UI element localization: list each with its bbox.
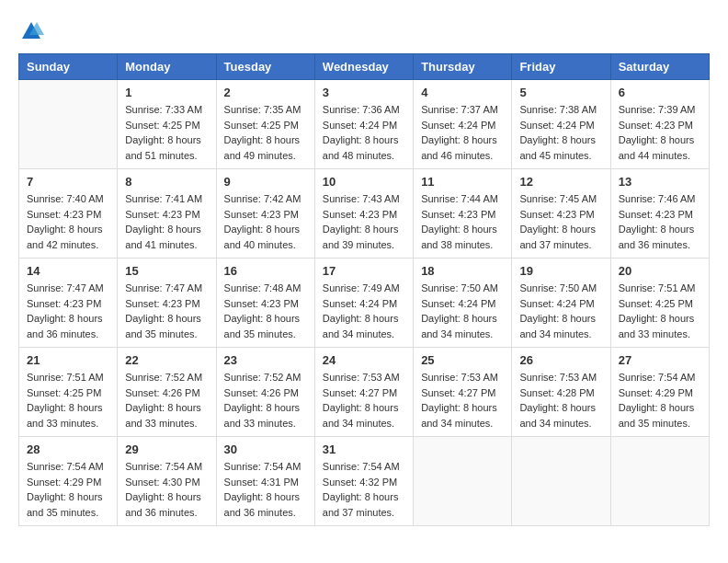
calendar-day-cell: 20Sunrise: 7:51 AMSunset: 4:25 PMDayligh…	[610, 259, 709, 348]
day-info: Sunrise: 7:38 AMSunset: 4:24 PMDaylight:…	[519, 102, 602, 163]
calendar-week-row: 1Sunrise: 7:33 AMSunset: 4:25 PMDaylight…	[19, 80, 710, 169]
day-number: 26	[519, 353, 602, 367]
day-info: Sunrise: 7:51 AMSunset: 4:25 PMDaylight:…	[27, 370, 109, 431]
day-info: Sunrise: 7:47 AMSunset: 4:23 PMDaylight:…	[27, 281, 109, 341]
day-number: 3	[323, 86, 405, 99]
weekday-header: Sunday	[19, 54, 118, 80]
day-number: 10	[323, 175, 405, 189]
day-number: 13	[619, 175, 701, 189]
calendar-day-cell: 21Sunrise: 7:51 AMSunset: 4:25 PMDayligh…	[19, 348, 118, 437]
day-number: 11	[421, 175, 504, 189]
day-number: 21	[27, 353, 109, 367]
calendar-day-cell: 24Sunrise: 7:53 AMSunset: 4:27 PMDayligh…	[314, 348, 413, 437]
calendar-day-cell: 2Sunrise: 7:35 AMSunset: 4:25 PMDaylight…	[216, 80, 314, 169]
day-number: 28	[27, 442, 109, 456]
calendar-day-cell: 15Sunrise: 7:47 AMSunset: 4:23 PMDayligh…	[118, 259, 216, 348]
day-number: 8	[125, 175, 208, 189]
calendar-day-cell: 4Sunrise: 7:37 AMSunset: 4:24 PMDaylight…	[414, 80, 512, 169]
day-number: 18	[421, 264, 504, 278]
day-number: 23	[224, 353, 307, 367]
calendar-day-cell: 9Sunrise: 7:42 AMSunset: 4:23 PMDaylight…	[216, 169, 314, 259]
calendar-week-row: 7Sunrise: 7:40 AMSunset: 4:23 PMDaylight…	[19, 169, 710, 259]
calendar-day-cell: 17Sunrise: 7:49 AMSunset: 4:24 PMDayligh…	[314, 259, 413, 348]
calendar-day-cell: 8Sunrise: 7:41 AMSunset: 4:23 PMDaylight…	[118, 169, 216, 259]
calendar-week-row: 14Sunrise: 7:47 AMSunset: 4:23 PMDayligh…	[19, 259, 710, 348]
calendar-day-cell: 28Sunrise: 7:54 AMSunset: 4:29 PMDayligh…	[19, 437, 118, 526]
logo-icon	[18, 18, 44, 44]
weekday-header: Saturday	[610, 54, 709, 80]
day-number: 22	[125, 353, 208, 367]
calendar-day-cell: 11Sunrise: 7:44 AMSunset: 4:23 PMDayligh…	[414, 169, 512, 259]
calendar-day-cell: 6Sunrise: 7:39 AMSunset: 4:23 PMDaylight…	[610, 80, 709, 169]
page-wrapper: SundayMondayTuesdayWednesdayThursdayFrid…	[18, 18, 710, 526]
day-info: Sunrise: 7:40 AMSunset: 4:23 PMDaylight:…	[27, 191, 109, 252]
day-info: Sunrise: 7:54 AMSunset: 4:30 PMDaylight:…	[125, 459, 208, 520]
day-info: Sunrise: 7:54 AMSunset: 4:29 PMDaylight:…	[27, 459, 109, 520]
day-number: 15	[125, 264, 208, 278]
day-info: Sunrise: 7:36 AMSunset: 4:24 PMDaylight:…	[323, 102, 405, 163]
calendar-week-row: 21Sunrise: 7:51 AMSunset: 4:25 PMDayligh…	[19, 348, 710, 437]
day-number: 20	[619, 264, 701, 278]
calendar-day-cell	[512, 437, 610, 526]
weekday-header: Monday	[118, 54, 216, 80]
day-info: Sunrise: 7:52 AMSunset: 4:26 PMDaylight:…	[224, 370, 307, 431]
calendar-day-cell: 30Sunrise: 7:54 AMSunset: 4:31 PMDayligh…	[216, 437, 314, 526]
calendar-day-cell: 1Sunrise: 7:33 AMSunset: 4:25 PMDaylight…	[118, 80, 216, 169]
day-info: Sunrise: 7:43 AMSunset: 4:23 PMDaylight:…	[323, 191, 405, 252]
weekday-header: Friday	[512, 54, 610, 80]
weekday-header: Thursday	[414, 54, 512, 80]
calendar-day-cell: 25Sunrise: 7:53 AMSunset: 4:27 PMDayligh…	[414, 348, 512, 437]
calendar-day-cell	[414, 437, 512, 526]
calendar-day-cell: 13Sunrise: 7:46 AMSunset: 4:23 PMDayligh…	[610, 169, 709, 259]
day-info: Sunrise: 7:52 AMSunset: 4:26 PMDaylight:…	[125, 370, 208, 431]
day-info: Sunrise: 7:54 AMSunset: 4:32 PMDaylight:…	[323, 459, 405, 520]
calendar-day-cell: 12Sunrise: 7:45 AMSunset: 4:23 PMDayligh…	[512, 169, 610, 259]
day-number: 30	[224, 442, 307, 456]
day-number: 5	[519, 86, 602, 99]
day-info: Sunrise: 7:53 AMSunset: 4:27 PMDaylight:…	[323, 370, 405, 431]
day-info: Sunrise: 7:44 AMSunset: 4:23 PMDaylight:…	[421, 191, 504, 252]
header	[18, 18, 710, 44]
calendar-day-cell: 3Sunrise: 7:36 AMSunset: 4:24 PMDaylight…	[314, 80, 413, 169]
day-number: 7	[27, 175, 109, 189]
day-number: 27	[619, 353, 701, 367]
calendar-day-cell: 26Sunrise: 7:53 AMSunset: 4:28 PMDayligh…	[512, 348, 610, 437]
day-info: Sunrise: 7:54 AMSunset: 4:29 PMDaylight:…	[619, 370, 701, 431]
day-number: 24	[323, 353, 405, 367]
calendar-day-cell	[610, 437, 709, 526]
day-number: 29	[125, 442, 208, 456]
weekday-header: Tuesday	[216, 54, 314, 80]
calendar-table: SundayMondayTuesdayWednesdayThursdayFrid…	[18, 53, 710, 526]
day-info: Sunrise: 7:48 AMSunset: 4:23 PMDaylight:…	[224, 281, 307, 341]
day-info: Sunrise: 7:53 AMSunset: 4:28 PMDaylight:…	[519, 370, 602, 431]
calendar-day-cell: 31Sunrise: 7:54 AMSunset: 4:32 PMDayligh…	[314, 437, 413, 526]
day-info: Sunrise: 7:35 AMSunset: 4:25 PMDaylight:…	[224, 102, 307, 163]
day-info: Sunrise: 7:37 AMSunset: 4:24 PMDaylight:…	[421, 102, 504, 163]
day-number: 6	[619, 86, 701, 99]
day-number: 19	[519, 264, 602, 278]
day-number: 14	[27, 264, 109, 278]
calendar-day-cell: 10Sunrise: 7:43 AMSunset: 4:23 PMDayligh…	[314, 169, 413, 259]
calendar-day-cell: 22Sunrise: 7:52 AMSunset: 4:26 PMDayligh…	[118, 348, 216, 437]
calendar-day-cell: 27Sunrise: 7:54 AMSunset: 4:29 PMDayligh…	[610, 348, 709, 437]
day-info: Sunrise: 7:33 AMSunset: 4:25 PMDaylight:…	[125, 102, 208, 163]
day-info: Sunrise: 7:39 AMSunset: 4:23 PMDaylight:…	[619, 102, 701, 163]
day-info: Sunrise: 7:51 AMSunset: 4:25 PMDaylight:…	[619, 281, 701, 341]
day-info: Sunrise: 7:46 AMSunset: 4:23 PMDaylight:…	[619, 191, 701, 252]
day-number: 12	[519, 175, 602, 189]
day-number: 1	[125, 86, 208, 99]
calendar-day-cell: 29Sunrise: 7:54 AMSunset: 4:30 PMDayligh…	[118, 437, 216, 526]
calendar-day-cell: 7Sunrise: 7:40 AMSunset: 4:23 PMDaylight…	[19, 169, 118, 259]
calendar-day-cell: 19Sunrise: 7:50 AMSunset: 4:24 PMDayligh…	[512, 259, 610, 348]
day-number: 25	[421, 353, 504, 367]
day-info: Sunrise: 7:53 AMSunset: 4:27 PMDaylight:…	[421, 370, 504, 431]
day-info: Sunrise: 7:42 AMSunset: 4:23 PMDaylight:…	[224, 191, 307, 252]
day-info: Sunrise: 7:54 AMSunset: 4:31 PMDaylight:…	[224, 459, 307, 520]
day-info: Sunrise: 7:50 AMSunset: 4:24 PMDaylight:…	[421, 281, 504, 341]
calendar-day-cell: 5Sunrise: 7:38 AMSunset: 4:24 PMDaylight…	[512, 80, 610, 169]
calendar-week-row: 28Sunrise: 7:54 AMSunset: 4:29 PMDayligh…	[19, 437, 710, 526]
day-info: Sunrise: 7:47 AMSunset: 4:23 PMDaylight:…	[125, 281, 208, 341]
calendar-day-cell	[19, 80, 118, 169]
weekday-header: Wednesday	[314, 54, 413, 80]
calendar-day-cell: 23Sunrise: 7:52 AMSunset: 4:26 PMDayligh…	[216, 348, 314, 437]
